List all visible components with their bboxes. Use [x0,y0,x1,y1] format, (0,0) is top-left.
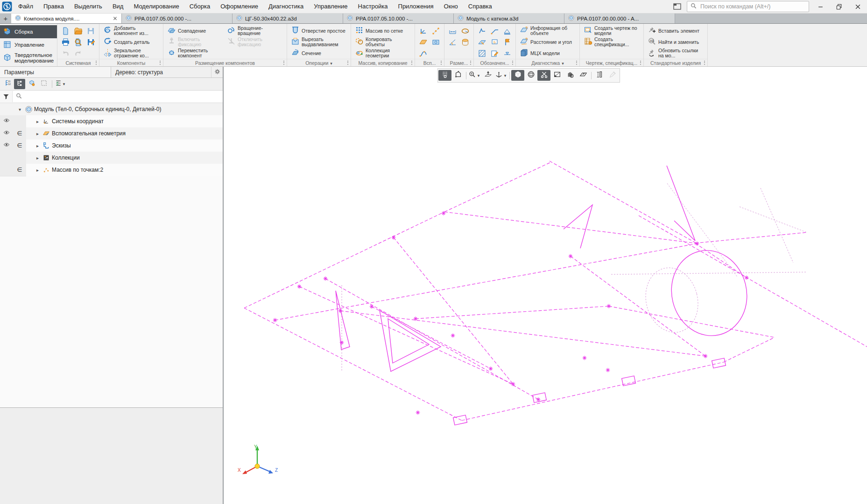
viewport-settings-button[interactable] [438,70,451,81]
expander-icon[interactable] [17,106,23,112]
ribbon-group-label[interactable]: Компоненты [99,59,163,66]
visibility-eye-icon[interactable] [3,129,10,137]
mode-tab[interactable]: Сборка [0,25,57,38]
insert-element-button[interactable]: Вставить элемент [646,25,705,36]
flag-mark-button[interactable] [501,36,513,48]
copy-objects-button[interactable]: Копировать объекты [353,36,412,48]
tree-ordered-button[interactable]: 1112 [2,79,13,89]
mirror-components-button[interactable]: Зеркальное отражение ко... [102,48,161,59]
ribbon-group-label[interactable]: Системная [57,59,99,66]
save-document-button[interactable] [85,25,96,36]
print-button[interactable] [60,36,71,48]
geometry-collection-button[interactable]: Коллекция геометрии [353,48,412,59]
parameters-panel-header[interactable]: Параметры [0,67,111,77]
simple-hole-button[interactable]: Отверстие простое [289,25,348,36]
menu-item[interactable]: Моделирование [128,0,184,13]
mode-tab[interactable]: Твердотельное моделирование [0,51,57,64]
document-tab[interactable]: ЦГ-50.30x400.22.a3d [233,14,343,23]
visibility-eye-icon[interactable] [3,141,10,149]
command-search-input[interactable] [699,3,806,10]
tab-close-icon[interactable] [112,15,118,21]
ribbon-group-label[interactable]: Стандартные изделия [644,59,707,66]
tree-root-item[interactable]: Модуль (Тел-0, Сборочных единиц-0, Детал… [0,103,223,115]
menu-item[interactable]: Приложения [393,0,439,13]
menu-item[interactable]: Выделить [69,0,107,13]
print-preview-button[interactable] [72,36,84,48]
menu-item[interactable]: Вид [107,0,129,13]
tree-item[interactable]: ∈ Вспомогательная геометрия [0,127,223,140]
tree-item[interactable]: Системы координат [0,115,223,127]
dimension-linear-button[interactable] [447,25,458,36]
tree-item[interactable]: ∈ Массив по точкам:2 [0,164,223,176]
rotate-component-button[interactable]: Вращение-вращение [226,25,284,36]
level-mark-button[interactable] [501,48,513,59]
local-csys-button[interactable] [417,25,429,36]
grid-array-button[interactable]: Массив по сетке [353,25,412,36]
section-operation-button[interactable]: Сечение [289,48,348,59]
menu-item[interactable]: Правка [38,0,69,13]
visibility-eye-icon[interactable] [3,117,10,125]
sketch-wireframe[interactable] [224,67,867,504]
menu-item[interactable]: Окно [439,0,463,13]
save-as-button[interactable] [85,36,96,48]
open-document-button[interactable] [72,25,84,36]
tree-item[interactable]: ∈ Эскизы [0,140,223,152]
expander-icon[interactable] [35,130,41,137]
ribbon-group-label[interactable]: Всп... [415,59,444,66]
orientation-axes-button[interactable] [494,70,508,81]
display-shaded-button[interactable] [511,70,524,81]
menu-item[interactable]: Сборка [184,0,216,13]
dimension-radial-button[interactable] [459,25,471,36]
group-dropdown-icon[interactable] [562,60,564,66]
measure-tool-button[interactable] [593,70,606,81]
minimize-button[interactable] [813,1,828,12]
dimension-diameter-button[interactable] [459,36,471,48]
create-drawing-button[interactable]: Создать чертеж по модели [582,25,641,36]
tree-panel-header[interactable]: Дерево: структура [111,67,211,77]
menu-item[interactable]: Управление [309,0,352,13]
menu-item[interactable]: Оформление [215,0,263,13]
find-replace-button[interactable]: АБНайти и заменить [646,36,705,48]
add-component-button[interactable]: Добавить компонент из... [102,25,161,36]
points-chain-button[interactable] [430,25,441,36]
move-component-button[interactable]: Переместить компонент [166,48,225,59]
annotation-sketch-button[interactable] [489,48,500,59]
tree-settings-button[interactable] [211,67,223,77]
dimension-angular-button[interactable] [447,36,458,48]
display-wireframe-button[interactable] [524,70,537,81]
leader-line-button[interactable] [489,25,500,36]
model-viewport[interactable]: X Y Z [224,67,867,504]
sketch-display-button[interactable] [577,70,590,81]
filter-funnel-icon[interactable] [0,93,12,100]
restore-button[interactable] [832,1,846,12]
ribbon-group-label[interactable]: Размещение компонентов [163,59,287,66]
mass-properties-button[interactable]: МЦХ модели [518,48,577,59]
orientation-up-button[interactable] [481,70,494,81]
dropdown-arrow-icon[interactable] [476,73,481,78]
menu-item[interactable]: Справка [463,0,497,13]
tree-search-box[interactable] [12,91,223,102]
cut-extrude-button[interactable]: Вырезать выдавливанием [289,36,348,48]
slope-mark-button[interactable] [476,36,487,48]
command-search[interactable] [687,1,809,12]
menu-item[interactable]: Настройка [353,0,393,13]
roughness-mark-button[interactable] [476,25,487,36]
coincidence-button[interactable]: Совпадение [166,25,225,36]
clip-geometry-button[interactable] [537,70,550,81]
document-tab[interactable]: Компоновка модуля.... [11,14,122,23]
object-info-button[interactable]: ?Информация об объекте [518,25,577,36]
new-document-button[interactable] [60,25,71,36]
menu-item[interactable]: Диагностика [263,0,309,13]
ribbon-group-label[interactable]: Чертеж, спецификац... [580,59,643,66]
document-tab[interactable]: Модуль с катком.a3d [454,14,564,23]
section-display-button[interactable] [550,70,564,81]
base-mark-button[interactable]: Б [489,36,500,48]
distance-angle-button[interactable]: ?Расстояние и угол [518,36,577,48]
dropdown-arrow-icon[interactable] [503,73,508,78]
document-tab[interactable]: PPA.0107.00.00.000 - A... [564,14,675,23]
zoom-tool-button[interactable] [468,70,481,81]
tree-item[interactable]: Коллекции [0,152,223,164]
spline-points-button[interactable] [417,48,429,59]
create-part-button[interactable]: Создать деталь [102,36,161,48]
dropdown-arrow-icon[interactable] [62,82,66,86]
